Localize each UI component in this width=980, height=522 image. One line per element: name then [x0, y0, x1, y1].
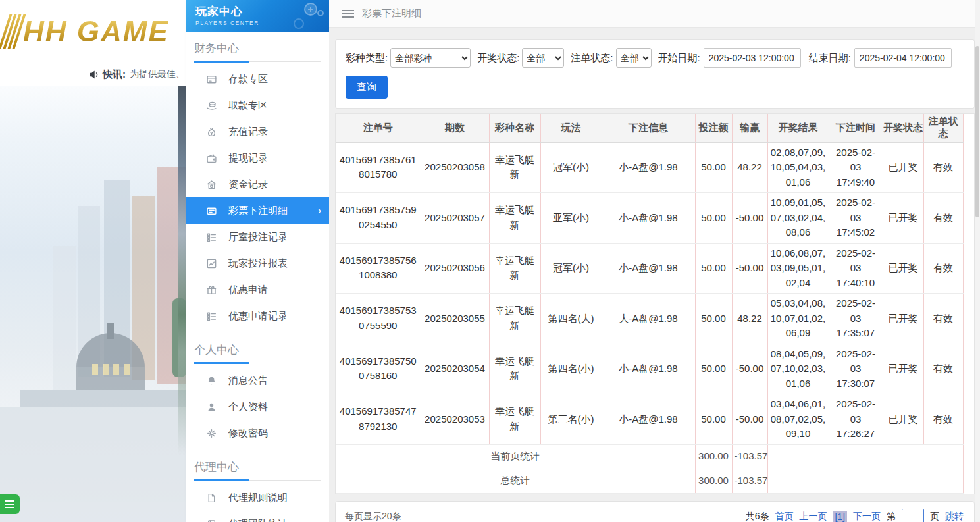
- table-cell: 小-A盘@1.98: [602, 394, 695, 445]
- table-cell: 2025-02-03 17:26:27: [829, 394, 883, 445]
- start-date-input[interactable]: [704, 48, 801, 68]
- floating-service-widget[interactable]: [0, 494, 20, 514]
- table-cell: 有效: [923, 394, 963, 445]
- column-header: 下注时间: [829, 114, 883, 142]
- first-page-link[interactable]: 首页: [775, 511, 793, 522]
- prev-page-link[interactable]: 上一页: [799, 511, 827, 522]
- background-city-photo: [0, 86, 186, 522]
- table-cell: 20250203053: [421, 394, 489, 445]
- column-header: 玩法: [540, 114, 602, 142]
- table-cell: 幸运飞艇新: [489, 243, 540, 294]
- sidebar-item-label: 优惠申请记录: [228, 310, 288, 323]
- sidebar-item-withdraw-hand[interactable]: 取款专区 ›: [186, 92, 329, 118]
- end-date-input[interactable]: [854, 48, 952, 68]
- pagination-bar: 每页显示20条 共6条 首页 上一页 [1] 下一页 第 页 跳转: [335, 501, 975, 522]
- column-header: 下注信息: [602, 114, 695, 142]
- table-cell: 08,04,05,09,07,10,02,03,01,06: [767, 344, 829, 394]
- jump-link[interactable]: 跳转: [945, 511, 964, 522]
- sidebar-item-gear[interactable]: 修改密码 ›: [186, 420, 329, 446]
- table-cell: 20250203058: [421, 142, 489, 193]
- table-row: 40156917385747879213020250203053幸运飞艇新第三名…: [336, 394, 963, 445]
- page-size-label: 每页显示20条: [345, 511, 401, 522]
- sidebar-item-moneybag[interactable]: 充值记录 ›: [186, 118, 329, 145]
- table-cell: 小-A盘@1.98: [602, 142, 695, 193]
- table-row: 40156917385753075559020250203055幸运飞艇新第四名…: [336, 294, 963, 344]
- table-cell: 401569173857478792130: [336, 394, 421, 445]
- sidebar-item-ledger[interactable]: 代理团队统计 ›: [186, 511, 329, 522]
- sidebar-item-label: 修改密码: [228, 427, 268, 440]
- table-cell: 50.00: [695, 394, 732, 445]
- table-cell: 2025-02-03 17:49:40: [829, 142, 883, 193]
- sidebar-menu: 消息公告 › 个人资料 › 修改密码 ›: [186, 363, 329, 450]
- vertical-scrollbar[interactable]: [975, 0, 980, 522]
- jump-prefix-label: 第: [887, 511, 896, 522]
- document-icon: [206, 492, 218, 504]
- summary-row: 总统计300.00-103.57: [336, 469, 963, 493]
- scrollbar-thumb[interactable]: [975, 46, 979, 217]
- sidebar-item-label: 消息公告: [228, 375, 268, 387]
- table-cell: -50.00: [732, 193, 767, 244]
- gear-icon: [206, 427, 218, 439]
- speaker-icon: [89, 70, 100, 80]
- page-number-input[interactable]: [902, 509, 924, 522]
- sidebar-item-ticket[interactable]: 彩票下注明细 ›: [186, 197, 329, 224]
- sidebar-item-label: 代理团队统计: [228, 518, 288, 522]
- sidebar-item-bell[interactable]: 消息公告 ›: [186, 367, 329, 394]
- city-skyline-graphic: [0, 167, 186, 522]
- table-cell: 48.22: [732, 294, 767, 344]
- sidebar-item-label: 玩家投注报表: [228, 257, 288, 270]
- sidebar-item-wallet[interactable]: 提现记录 ›: [186, 145, 329, 171]
- sidebar-header: 玩家中心 PLAYERS CENTER: [186, 0, 329, 32]
- lottery-type-select[interactable]: 全部彩种: [390, 48, 471, 68]
- current-page-indicator: [1]: [833, 511, 847, 522]
- menu-toggle-icon[interactable]: [342, 8, 354, 20]
- sidebar-item-deposit-card[interactable]: 存款专区 ›: [186, 66, 329, 92]
- sidebar-item-document[interactable]: 代理规则说明 ›: [186, 484, 329, 511]
- table-cell: 已开奖: [883, 344, 923, 394]
- summary-row: 当前页统计300.00-103.57: [336, 444, 963, 469]
- sidebar-item-list[interactable]: 优惠申请记录 ›: [186, 303, 329, 329]
- ledger-icon: [206, 518, 218, 522]
- bets-table-panel: 注单号期数彩种名称玩法下注信息投注额输赢开奖结果下注时间开奖状态注单状态 401…: [335, 113, 975, 494]
- table-cell: 2025-02-03 17:40:10: [829, 243, 883, 294]
- sidebar-item-funds[interactable]: 资金记录 ›: [186, 171, 329, 197]
- search-button[interactable]: 查询: [346, 76, 388, 99]
- sidebar-sections: 财务中心 存款专区 › 取款专区 › 充值记录 › 提现记录 › 资金记录 › …: [186, 41, 329, 522]
- logo-band: HH GAME: [0, 0, 186, 63]
- table-cell: 401569173857590254550: [336, 193, 421, 244]
- draw-status-select[interactable]: 全部: [522, 48, 564, 68]
- page-title: 彩票下注明细: [362, 7, 421, 20]
- table-cell: 大-A盘@1.98: [602, 294, 695, 344]
- table-cell: 50.00: [695, 193, 732, 244]
- table-cell: 已开奖: [883, 394, 923, 445]
- bet-status-label: 注单状态:: [571, 52, 613, 65]
- sidebar-item-user[interactable]: 个人资料 ›: [186, 394, 329, 420]
- sidebar-item-chart[interactable]: 玩家投注报表 ›: [186, 250, 329, 276]
- left-region: HH GAME 快讯: 为提供最佳、: [0, 0, 186, 522]
- gift-icon: [206, 284, 218, 296]
- deposit-card-icon: [206, 73, 218, 85]
- table-cell: 第四名(小): [540, 344, 602, 394]
- table-cell: 已开奖: [883, 193, 923, 244]
- filter-actions: 查询: [346, 76, 964, 99]
- next-page-link[interactable]: 下一页: [853, 511, 881, 522]
- column-header: 投注额: [695, 114, 732, 142]
- summary-empty: [767, 444, 963, 469]
- table-row: 40156917385750075816020250203054幸运飞艇新第四名…: [336, 344, 963, 394]
- sidebar-section-title: 代理中心: [194, 459, 321, 481]
- table-cell: -50.00: [732, 394, 767, 445]
- table-cell: 50.00: [695, 294, 732, 344]
- sidebar-item-list[interactable]: 厅室投注记录 ›: [186, 224, 329, 250]
- table-cell: 亚军(小): [540, 193, 602, 244]
- sidebar-item-gift[interactable]: 优惠申请 ›: [186, 276, 329, 303]
- table-cell: 48.22: [732, 142, 767, 193]
- bell-icon: [206, 375, 218, 386]
- sidebar-item-label: 优惠申请: [228, 284, 268, 296]
- wallet-icon: [206, 152, 218, 164]
- table-cell: 50.00: [695, 344, 732, 394]
- lottery-type-label: 彩种类型:: [346, 52, 388, 65]
- sidebar-item-label: 个人资料: [228, 401, 268, 413]
- table-cell: 第三名(小): [540, 394, 602, 445]
- site-logo: HH GAME: [23, 15, 169, 48]
- bet-status-select[interactable]: 全部: [616, 48, 652, 68]
